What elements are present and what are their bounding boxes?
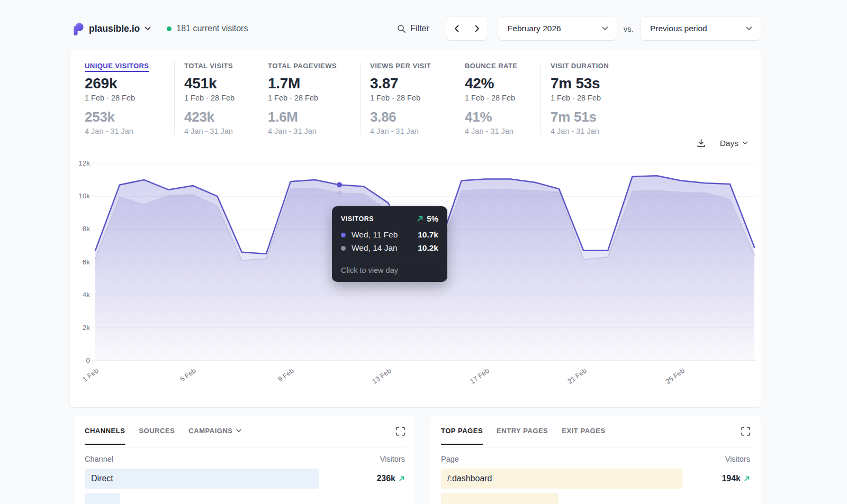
filter-label: Filter (410, 24, 429, 33)
tooltip-change-value: 5% (427, 214, 438, 223)
plausible-dashboard: plausible.io 181 current visitors Filter (0, 0, 847, 504)
chart-controls: Days (696, 138, 748, 148)
stat-visit-duration[interactable]: VISIT DURATION 7m 53s 1 Feb - 28 Feb 7m … (541, 62, 647, 135)
y-axis-label: 4k (83, 291, 90, 299)
tooltip-date: Wed, 14 Jan (352, 243, 398, 253)
metric-value: 7m 53s (551, 75, 639, 92)
y-axis-label: 0 (86, 356, 90, 364)
expand-icon (741, 427, 750, 436)
stat-unique-visitors[interactable]: UNIQUE VISITORS 269k 1 Feb - 28 Feb 253k… (85, 62, 175, 135)
next-period-arrow-button[interactable] (467, 17, 486, 40)
stat-total-pageviews[interactable]: TOTAL PAGEVIEWS 1.7M 1 Feb - 28 Feb 1.6M… (258, 62, 361, 135)
table-row[interactable] (441, 493, 750, 504)
metric-previous-value: 3.86 (370, 109, 447, 125)
metric-previous-period: 4 Jan - 31 Jan (465, 127, 533, 135)
metric-label: BOUNCE RATE (465, 62, 533, 70)
trend-up-icon (417, 215, 424, 222)
row-value: 194k (722, 474, 741, 483)
metric-previous-period: 4 Jan - 31 Jan (184, 127, 250, 135)
table-row[interactable] (85, 493, 405, 504)
tab-channels[interactable]: CHANNELS (85, 427, 125, 445)
tab-exit-pages[interactable]: EXIT PAGES (562, 427, 605, 444)
stat-views-per-visit[interactable]: VIEWS PER VISIT 3.87 1 Feb - 28 Feb 3.86… (361, 62, 455, 135)
expand-button[interactable] (396, 427, 405, 436)
chevron-down-icon (145, 26, 151, 31)
interval-dropdown[interactable]: Days (720, 139, 748, 148)
metric-label: TOTAL PAGEVIEWS (268, 62, 353, 70)
metric-previous-value: 253k (85, 109, 167, 125)
metric-value: 269k (85, 75, 167, 92)
period-nav (446, 17, 488, 40)
metric-period: 1 Feb - 28 Feb (85, 94, 167, 102)
expand-button[interactable] (741, 427, 750, 436)
metric-period: 1 Feb - 28 Feb (184, 94, 250, 102)
chevron-down-icon (746, 26, 752, 31)
tooltip-divider (341, 260, 438, 260)
expand-icon (396, 427, 405, 436)
y-axis-label: 2k (83, 324, 90, 332)
row-label[interactable]: /:dashboard (441, 474, 492, 483)
chevron-down-icon (742, 141, 748, 145)
table-row[interactable]: Direct 236k (85, 469, 405, 489)
arrow-up-right-icon[interactable] (744, 475, 750, 482)
metric-previous-period: 4 Jan - 31 Jan (85, 127, 167, 135)
metric-previous-period: 4 Jan - 31 Jan (268, 127, 353, 135)
download-button[interactable] (696, 138, 706, 148)
tooltip-row-previous: Wed, 14 Jan 10.2k (341, 243, 438, 253)
metric-previous-period: 4 Jan - 31 Jan (370, 127, 447, 135)
metric-value: 3.87 (370, 75, 447, 92)
metric-label: UNIQUE VISITORS (85, 62, 167, 70)
metric-value: 42% (465, 75, 533, 92)
stat-total-visits[interactable]: TOTAL VISITS 451k 1 Feb - 28 Feb 423k 4 … (175, 62, 258, 135)
site-name: plausible.io (89, 23, 140, 34)
visitors-chart[interactable]: 02k4k6k8k10k12k 1 Feb5 Feb9 Feb13 Feb17 … (70, 154, 760, 402)
tooltip-row-current: Wed, 11 Feb 10.7k (341, 230, 438, 240)
channels-panel: CHANNELS SOURCES CAMPAIGNS Channel Visit… (74, 416, 416, 504)
arrow-up-right-icon[interactable] (399, 475, 405, 482)
metric-period: 1 Feb - 28 Feb (268, 94, 353, 102)
chart-tooltip: VISITORS 5% Wed, 11 Feb 10.7k (332, 206, 447, 282)
stat-bounce-rate[interactable]: BOUNCE RATE 42% 1 Feb - 28 Feb 41% 4 Jan… (455, 62, 541, 135)
metric-value: 1.7M (268, 75, 353, 92)
tooltip-title: VISITORS (341, 215, 374, 223)
metric-previous-value: 41% (465, 109, 533, 125)
search-icon (397, 24, 406, 33)
metric-previous-value: 7m 51s (551, 109, 639, 125)
column-header-visitors: Visitors (380, 455, 405, 463)
download-icon (696, 138, 706, 148)
previous-series-dot-icon (341, 246, 346, 251)
current-visitors-text: 181 current visitors (176, 24, 248, 33)
table-row[interactable]: /:dashboard 194k (441, 469, 750, 489)
tab-campaigns[interactable]: CAMPAIGNS (188, 427, 241, 444)
metric-value: 451k (184, 75, 250, 92)
filter-button[interactable]: Filter (397, 24, 429, 33)
row-label[interactable]: Direct (85, 474, 113, 483)
pages-tabs: TOP PAGES ENTRY PAGES EXIT PAGES (441, 427, 750, 447)
interval-label: Days (720, 139, 738, 148)
tab-top-pages[interactable]: TOP PAGES (441, 427, 483, 445)
metric-label: TOTAL VISITS (184, 62, 250, 70)
tab-campaigns-label: CAMPAIGNS (188, 427, 232, 435)
topbar: plausible.io 181 current visitors Filter (0, 16, 847, 41)
date-range-dropdown[interactable]: February 2026 (498, 17, 617, 40)
comparison-dropdown[interactable]: Previous period (641, 17, 761, 40)
chevron-down-icon (236, 429, 241, 433)
analytics-card: UNIQUE VISITORS 269k 1 Feb - 28 Feb 253k… (70, 50, 761, 407)
row-value: 236k (376, 474, 395, 483)
column-header-visitors: Visitors (725, 455, 750, 463)
row-bar (441, 493, 558, 504)
tab-entry-pages[interactable]: ENTRY PAGES (497, 427, 548, 444)
live-dot-icon (167, 26, 172, 31)
site-switcher[interactable]: plausible.io (72, 22, 151, 35)
stats-row: UNIQUE VISITORS 269k 1 Feb - 28 Feb 253k… (85, 62, 647, 135)
metric-label: VIEWS PER VISIT (370, 62, 447, 70)
current-visitors-link[interactable]: 181 current visitors (167, 24, 248, 33)
metric-period: 1 Feb - 28 Feb (551, 94, 639, 102)
metric-period: 1 Feb - 28 Feb (370, 94, 447, 102)
vs-label: vs. (624, 24, 634, 33)
tooltip-footer: Click to view day (341, 266, 438, 274)
metric-previous-value: 1.6M (268, 109, 353, 125)
previous-period-arrow-button[interactable] (447, 17, 466, 40)
tab-sources[interactable]: SOURCES (139, 427, 175, 444)
metric-previous-period: 4 Jan - 31 Jan (551, 127, 639, 135)
